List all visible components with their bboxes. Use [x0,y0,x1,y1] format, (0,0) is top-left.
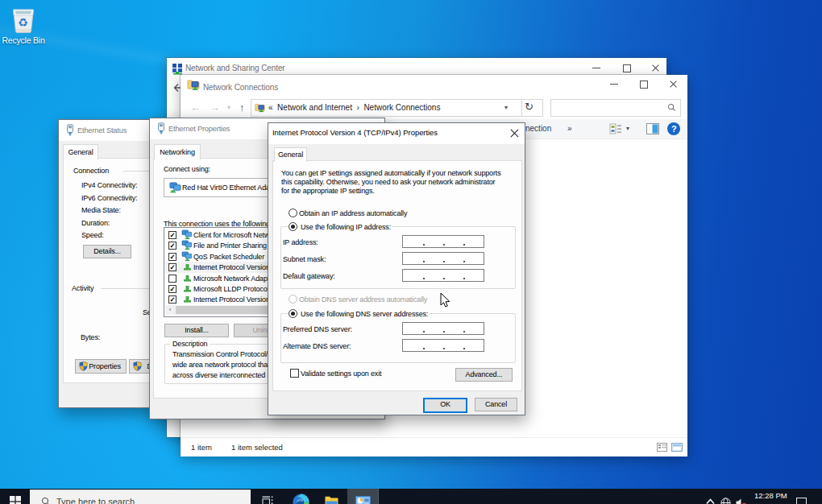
svg-text:♻: ♻ [18,16,28,29]
